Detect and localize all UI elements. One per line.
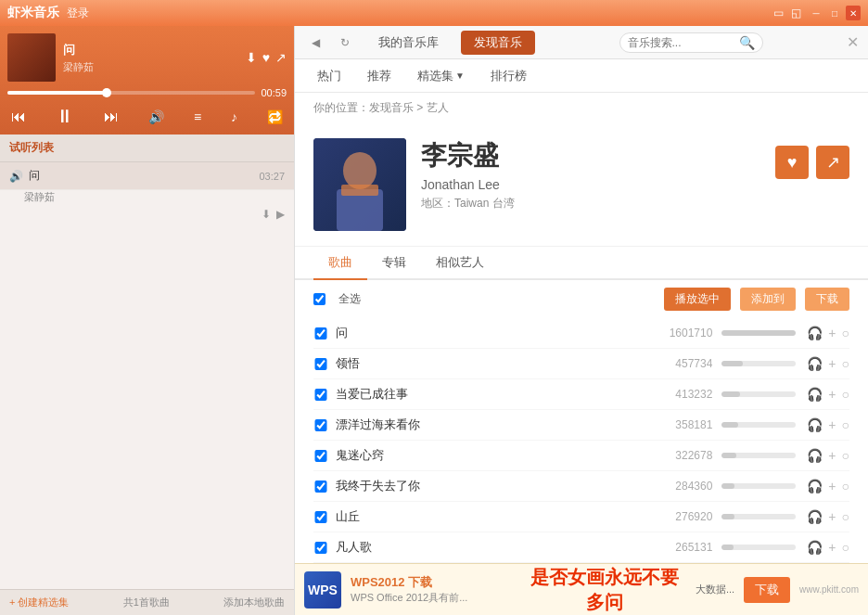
add-local-music-button[interactable]: 添加本地歌曲	[223, 596, 285, 609]
login-button[interactable]: 登录	[67, 6, 89, 21]
favorite-icon[interactable]: ♥	[262, 50, 270, 65]
lyrics-button[interactable]: ♪	[231, 109, 237, 124]
minimize-button[interactable]: ─	[809, 6, 823, 20]
download-button[interactable]: 下载	[805, 288, 849, 311]
refresh-button[interactable]: ↻	[334, 32, 356, 54]
right-panel: ◀ ↻ 我的音乐库 发现音乐 🔍 ✕ 热门 推荐 精选集 ▼ 排行榜	[295, 26, 868, 615]
artist-photo-svg	[313, 138, 406, 231]
item-more-icon[interactable]: ▶	[276, 208, 285, 221]
list-item[interactable]: 🔊 问 03:27	[0, 162, 294, 190]
song-more-icon[interactable]: ○	[842, 448, 849, 463]
ad-right-text: 大数据...	[696, 583, 734, 596]
playlist-title: 试听列表	[9, 140, 54, 156]
close-button[interactable]: ✕	[846, 6, 861, 20]
share-icon[interactable]: ↗	[275, 50, 287, 65]
song-more-icon[interactable]: ○	[842, 540, 849, 555]
song-count: 共1首歌曲	[69, 596, 223, 609]
favorite-artist-button[interactable]: ♥	[775, 146, 809, 179]
song-add-icon[interactable]: +	[828, 326, 836, 340]
select-all-label: 全选	[338, 291, 361, 307]
song-headphone-icon[interactable]: 🎧	[807, 509, 823, 524]
song-title[interactable]: 凡人歌	[336, 539, 638, 556]
song-headphone-icon[interactable]: 🎧	[807, 479, 823, 493]
search-input[interactable]	[628, 36, 739, 49]
nav-close-button[interactable]: ✕	[847, 33, 859, 51]
add-to-button[interactable]: 添加到	[740, 288, 796, 311]
download-icon[interactable]: ⬇	[246, 50, 257, 65]
song-title[interactable]: 漂洋过海来看你	[336, 416, 638, 433]
song-more-icon[interactable]: ○	[842, 417, 849, 432]
song-add-icon[interactable]: +	[828, 387, 836, 402]
song-add-icon[interactable]: +	[828, 509, 836, 524]
song-title[interactable]: 山丘	[336, 508, 638, 525]
volume-button[interactable]: 🔊	[148, 109, 164, 124]
song-add-icon[interactable]: +	[828, 479, 836, 493]
my-library-tab[interactable]: 我的音乐库	[364, 26, 453, 59]
song-add-icon[interactable]: +	[828, 540, 836, 555]
subnav-chart[interactable]: 排行榜	[487, 59, 530, 93]
time-display: 00:59	[261, 87, 287, 98]
song-checkbox[interactable]	[313, 327, 328, 340]
song-checkbox[interactable]	[313, 450, 328, 462]
play-selected-button[interactable]: 播放选中	[664, 288, 731, 311]
song-headphone-icon[interactable]: 🎧	[807, 387, 823, 402]
tab-songs[interactable]: 歌曲	[313, 247, 367, 280]
playlist-button[interactable]: ≡	[194, 109, 201, 124]
table-row: 山丘 276920 🎧 + ○	[313, 502, 849, 532]
subnav-recommend[interactable]: 推荐	[364, 59, 395, 93]
song-more-icon[interactable]: ○	[842, 479, 849, 493]
song-checkbox[interactable]	[313, 419, 328, 431]
playlist-area: 🔊 问 03:27 梁静茹 ⬇ ▶	[0, 162, 294, 589]
playlist-header: 试听列表	[0, 135, 294, 162]
song-title[interactable]: 领悟	[336, 355, 638, 372]
song-more-icon[interactable]: ○	[842, 356, 849, 371]
song-checkbox[interactable]	[313, 358, 328, 370]
subnav-hot[interactable]: 热门	[313, 59, 345, 93]
song-add-icon[interactable]: +	[828, 417, 836, 432]
song-title[interactable]: 我终于失去了你	[336, 478, 638, 494]
song-title[interactable]: 问	[336, 325, 638, 341]
tab-similar[interactable]: 相似艺人	[421, 247, 499, 280]
song-actions: 🎧 + ○	[807, 356, 849, 371]
song-actions: 🎧 + ○	[807, 509, 849, 524]
song-actions: 🎧 + ○	[807, 540, 849, 555]
ad-right: 大数据... 下载	[696, 577, 790, 603]
ad-download-button[interactable]: 下载	[744, 577, 790, 603]
song-checkbox[interactable]	[313, 389, 328, 401]
next-button[interactable]: ⏭	[104, 109, 119, 125]
search-icon[interactable]: 🔍	[739, 35, 755, 50]
table-row: 当爱已成往事 413232 🎧 + ○	[313, 379, 849, 410]
song-checkbox[interactable]	[313, 542, 328, 554]
discover-music-tab[interactable]: 发现音乐	[461, 31, 535, 55]
song-headphone-icon[interactable]: 🎧	[807, 448, 823, 463]
nav-bar: ◀ ↻ 我的音乐库 发现音乐 🔍 ✕	[295, 26, 868, 59]
share-artist-button[interactable]: ↗	[816, 146, 849, 179]
maximize-button[interactable]: □	[827, 6, 842, 20]
song-headphone-icon[interactable]: 🎧	[807, 326, 823, 340]
select-all-checkbox[interactable]	[313, 293, 326, 305]
progress-bar[interactable]	[7, 91, 255, 95]
play-pause-button[interactable]: ⏸	[56, 106, 74, 127]
svg-point-1	[343, 152, 377, 189]
song-title[interactable]: 鬼迷心窍	[336, 447, 638, 464]
song-headphone-icon[interactable]: 🎧	[807, 540, 823, 555]
song-more-icon[interactable]: ○	[842, 509, 849, 524]
subnav-featured[interactable]: 精选集 ▼	[414, 59, 468, 93]
song-add-icon[interactable]: +	[828, 448, 836, 463]
song-more-icon[interactable]: ○	[842, 326, 849, 340]
song-title[interactable]: 当爱已成往事	[336, 386, 638, 403]
song-add-icon[interactable]: +	[828, 356, 836, 371]
loop-button[interactable]: 🔁	[267, 109, 283, 124]
song-headphone-icon[interactable]: 🎧	[807, 356, 823, 371]
song-play-count: 358181	[638, 418, 712, 431]
tab-albums[interactable]: 专辑	[367, 247, 421, 280]
back-button[interactable]: ◀	[304, 32, 326, 54]
song-headphone-icon[interactable]: 🎧	[807, 417, 823, 432]
song-checkbox[interactable]	[313, 480, 328, 493]
song-more-icon[interactable]: ○	[842, 387, 849, 402]
create-playlist-button[interactable]: + 创建精选集	[9, 596, 69, 609]
progress-bar-wrap: 00:59	[7, 87, 287, 98]
item-download-icon[interactable]: ⬇	[262, 208, 271, 221]
song-checkbox[interactable]	[313, 511, 328, 523]
prev-button[interactable]: ⏮	[11, 109, 26, 125]
